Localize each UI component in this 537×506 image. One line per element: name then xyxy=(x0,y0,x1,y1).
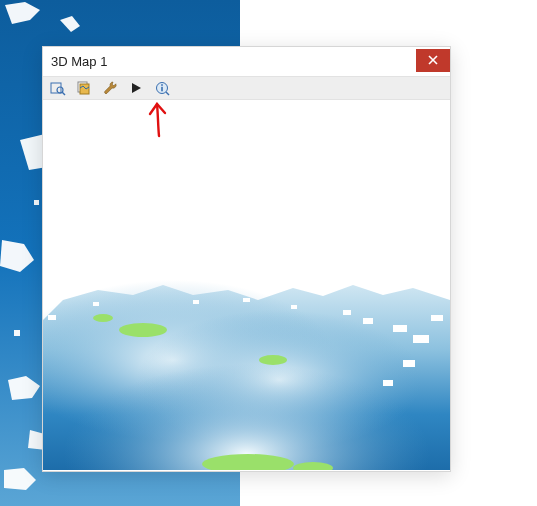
svg-point-22 xyxy=(259,355,287,365)
svg-point-20 xyxy=(119,323,167,337)
svg-rect-29 xyxy=(431,315,443,321)
svg-rect-3 xyxy=(34,200,39,205)
settings-wrench-icon xyxy=(102,80,118,96)
svg-rect-13 xyxy=(161,84,163,86)
svg-rect-34 xyxy=(291,305,297,309)
svg-rect-25 xyxy=(343,310,351,315)
svg-rect-28 xyxy=(413,335,429,343)
svg-rect-33 xyxy=(243,298,250,302)
svg-point-21 xyxy=(93,314,113,322)
layers-icon xyxy=(76,80,92,96)
map-3d-window: 3D Map 1 xyxy=(42,46,451,472)
svg-rect-30 xyxy=(403,360,415,367)
svg-rect-35 xyxy=(93,302,99,306)
svg-rect-10 xyxy=(80,84,89,94)
svg-rect-26 xyxy=(363,318,373,324)
svg-rect-2 xyxy=(14,330,20,336)
svg-rect-14 xyxy=(161,87,163,92)
layers-button[interactable] xyxy=(73,78,95,98)
titlebar[interactable]: 3D Map 1 xyxy=(43,47,450,76)
window-title: 3D Map 1 xyxy=(43,54,107,69)
svg-rect-6 xyxy=(51,83,61,93)
svg-rect-31 xyxy=(383,380,393,386)
identify-icon xyxy=(154,80,170,96)
close-icon xyxy=(428,55,438,65)
close-button[interactable] xyxy=(416,49,450,72)
zoom-extents-button[interactable] xyxy=(47,78,69,98)
toolbar xyxy=(43,76,450,100)
svg-marker-11 xyxy=(132,83,141,93)
zoom-extents-icon xyxy=(50,80,66,96)
svg-line-15 xyxy=(166,92,169,95)
svg-rect-27 xyxy=(393,325,407,332)
map-viewport[interactable] xyxy=(43,100,450,471)
svg-rect-32 xyxy=(193,300,199,304)
svg-rect-36 xyxy=(48,315,56,320)
terrain-3d xyxy=(43,100,450,470)
identify-button[interactable] xyxy=(151,78,173,98)
play-button[interactable] xyxy=(125,78,147,98)
play-icon xyxy=(129,81,143,95)
settings-button[interactable] xyxy=(99,78,121,98)
svg-line-8 xyxy=(62,92,65,95)
